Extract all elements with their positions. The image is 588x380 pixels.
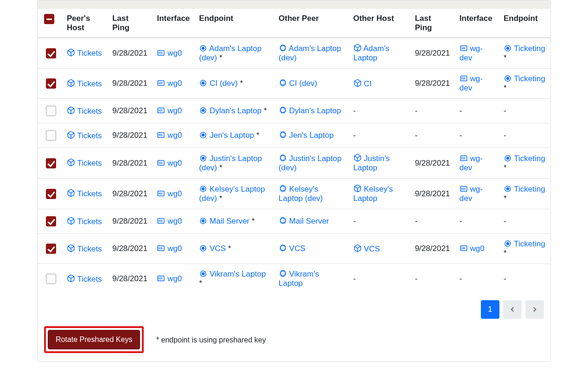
interface-icon bbox=[157, 159, 165, 167]
endpoint-label: Vikram's Laptop bbox=[210, 270, 266, 278]
interface-label: wg0 bbox=[167, 274, 182, 283]
peer-badge-icon bbox=[279, 244, 287, 252]
other-peer-link[interactable]: Dylan's Laptop bbox=[279, 106, 341, 115]
svg-point-6 bbox=[202, 47, 205, 50]
other-peer-link[interactable]: Jen's Laptop bbox=[279, 131, 334, 140]
endpoint-icon bbox=[199, 79, 207, 87]
box-icon bbox=[353, 154, 362, 162]
endpoint2-link[interactable]: Ticketing bbox=[504, 74, 545, 83]
interface-link[interactable]: wg0 bbox=[157, 106, 182, 115]
preshared-star: * bbox=[219, 194, 223, 203]
endpoint-link[interactable]: Adam's Laptop (dev) bbox=[199, 44, 262, 62]
box-icon bbox=[353, 244, 362, 252]
interface-link[interactable]: wg0 bbox=[157, 189, 182, 198]
box-icon bbox=[67, 158, 75, 167]
endpoint-icon bbox=[199, 154, 207, 162]
endpoint-icon bbox=[504, 185, 512, 193]
endpoint-link[interactable]: Vikram's Laptop bbox=[199, 270, 266, 278]
box-icon bbox=[353, 79, 362, 87]
interface-icon bbox=[157, 217, 165, 225]
interface-link[interactable]: wg0 bbox=[157, 217, 182, 225]
other-host-link[interactable]: VCS bbox=[353, 245, 380, 253]
row-checkbox[interactable] bbox=[46, 106, 56, 116]
row-checkbox[interactable] bbox=[46, 158, 56, 168]
other-peer-link[interactable]: Justin's Laptop (dev) bbox=[279, 154, 342, 172]
other-host-link[interactable]: CI bbox=[353, 79, 372, 88]
endpoint-link[interactable]: Kelsey's Laptop (dev) bbox=[199, 185, 265, 203]
interface-link[interactable]: wg0 bbox=[157, 79, 182, 88]
peers-host-link[interactable]: Tickets bbox=[67, 245, 102, 253]
other-peer-link[interactable]: VCS bbox=[279, 244, 306, 253]
endpoint-link[interactable]: Mail Server bbox=[199, 217, 249, 225]
endpoint2-label: Ticketing bbox=[514, 239, 545, 248]
row-checkbox[interactable] bbox=[46, 189, 56, 199]
other-peer-link[interactable]: Vikram's Laptop bbox=[279, 270, 319, 288]
row-checkbox[interactable] bbox=[46, 78, 56, 89]
endpoint-link[interactable]: VCS bbox=[199, 244, 226, 253]
interface2-link[interactable]: wg-dev bbox=[460, 44, 483, 62]
other-host-link[interactable]: Adam's Laptop bbox=[353, 44, 390, 62]
row-checkbox[interactable] bbox=[46, 216, 56, 226]
last-ping-2: 9/28/2021 bbox=[410, 69, 455, 99]
endpoint-label: Justin's Laptop (dev) bbox=[199, 154, 262, 172]
interface2-link[interactable]: wg-dev bbox=[460, 185, 483, 203]
interface2-link[interactable]: wg-dev bbox=[460, 154, 483, 172]
peers-host-link[interactable]: Tickets bbox=[67, 107, 102, 116]
other-peer-link[interactable]: Mail Server bbox=[279, 217, 329, 225]
preshared-star: * bbox=[240, 79, 243, 88]
endpoint2-link[interactable]: Ticketing bbox=[504, 154, 545, 163]
endpoint-link[interactable]: Jen's Laptop bbox=[199, 131, 254, 140]
peers-host-link[interactable]: Tickets bbox=[67, 131, 102, 140]
last-ping-1: 9/28/2021 bbox=[108, 123, 152, 148]
endpoint2-label: Ticketing bbox=[514, 74, 545, 83]
peers-host-link[interactable]: Tickets bbox=[67, 79, 102, 88]
peers-host-link[interactable]: Tickets bbox=[67, 189, 102, 198]
col-interface-1: Interface bbox=[152, 9, 194, 38]
endpoint-link[interactable]: Justin's Laptop (dev) bbox=[199, 154, 262, 172]
interface-link[interactable]: wg0 bbox=[157, 244, 182, 253]
other-peer-link[interactable]: Adam's Laptop (dev) bbox=[279, 44, 341, 62]
endpoint2-link[interactable]: Ticketing bbox=[504, 185, 545, 193]
interface2-empty: - bbox=[455, 264, 499, 294]
endpoint-icon bbox=[199, 244, 207, 252]
row-checkbox[interactable] bbox=[46, 274, 56, 284]
endpoint-link[interactable]: CI (dev) bbox=[199, 79, 237, 88]
interface2-empty: - bbox=[455, 99, 499, 123]
endpoint2-empty: - bbox=[499, 123, 550, 148]
row-checkbox[interactable] bbox=[46, 130, 56, 141]
col-peers-host: Peer's Host bbox=[62, 9, 108, 38]
page-prev[interactable] bbox=[503, 300, 522, 319]
interface-link[interactable]: wg0 bbox=[157, 131, 182, 140]
other-host-link[interactable]: Justin's Laptop bbox=[353, 154, 390, 172]
interface-label: wg0 bbox=[167, 244, 182, 253]
endpoint-icon bbox=[199, 217, 207, 225]
peers-host-link[interactable]: Tickets bbox=[67, 275, 102, 283]
peers-host-label: Tickets bbox=[77, 107, 102, 116]
row-checkbox[interactable] bbox=[46, 244, 56, 254]
page-1[interactable]: 1 bbox=[481, 300, 499, 319]
peers-host-label: Tickets bbox=[77, 131, 102, 140]
interface2-link[interactable]: wg-dev bbox=[460, 74, 483, 92]
endpoint2-link[interactable]: Ticketing bbox=[504, 239, 545, 248]
rotate-highlight: Rotate Preshared Keys bbox=[44, 326, 144, 353]
page-next[interactable] bbox=[525, 300, 544, 319]
peers-host-link[interactable]: Tickets bbox=[67, 217, 102, 226]
select-all-checkbox[interactable] bbox=[44, 14, 54, 24]
endpoint-link[interactable]: Dylan's Laptop bbox=[199, 106, 262, 115]
interface-link[interactable]: wg0 bbox=[157, 159, 182, 167]
interface-link[interactable]: wg0 bbox=[157, 49, 182, 58]
interface2-link[interactable]: wg0 bbox=[460, 244, 485, 253]
endpoint2-link[interactable]: Ticketing bbox=[504, 44, 545, 53]
rotate-preshared-keys-button[interactable]: Rotate Preshared Keys bbox=[48, 330, 140, 349]
peers-host-link[interactable]: Tickets bbox=[67, 159, 102, 167]
other-peer-link[interactable]: CI (dev) bbox=[279, 79, 317, 88]
other-peer-link[interactable]: Kelsey's Laptop (dev) bbox=[279, 185, 323, 203]
row-checkbox[interactable] bbox=[46, 48, 56, 58]
box-icon bbox=[353, 44, 362, 52]
box-icon bbox=[67, 244, 75, 252]
peers-host-link[interactable]: Tickets bbox=[67, 49, 102, 58]
interface-link[interactable]: wg0 bbox=[157, 274, 182, 283]
other-host-link[interactable]: Kelsey's Laptop bbox=[353, 185, 393, 203]
table-footer: 1 Rotate Preshared Keys * endpoint is us… bbox=[38, 294, 550, 361]
panel-header-bar bbox=[38, 0, 550, 9]
